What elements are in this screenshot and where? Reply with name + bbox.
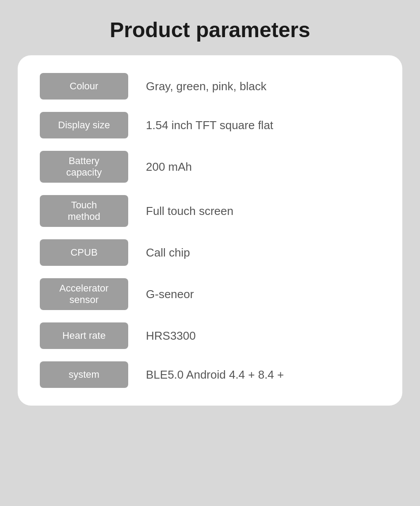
param-value-heart-rate: HRS3300	[146, 329, 196, 343]
param-label-heart-rate: Heart rate	[40, 322, 128, 349]
param-value-system: BLE5.0 Android 4.4 + 8.4 +	[146, 368, 284, 382]
param-row-battery-capacity: Battery capacity200 mAh	[40, 151, 380, 183]
param-value-display-size: 1.54 inch TFT square flat	[146, 119, 273, 132]
param-row-system: systemBLE5.0 Android 4.4 + 8.4 +	[40, 361, 380, 388]
param-value-cpub: Call chip	[146, 246, 190, 260]
param-row-accelerator-sensor: Accelerator sensorG-seneor	[40, 278, 380, 310]
param-row-heart-rate: Heart rateHRS3300	[40, 322, 380, 349]
param-row-display-size: Display size1.54 inch TFT square flat	[40, 112, 380, 138]
param-label-colour: Colour	[40, 73, 128, 100]
param-row-cpub: CPUBCall chip	[40, 239, 380, 266]
param-label-system: system	[40, 361, 128, 388]
param-value-colour: Gray, green, pink, black	[146, 80, 267, 93]
param-value-touch-method: Full touch screen	[146, 204, 233, 218]
param-value-accelerator-sensor: G-seneor	[146, 288, 194, 301]
param-row-colour: ColourGray, green, pink, black	[40, 73, 380, 100]
params-card: ColourGray, green, pink, blackDisplay si…	[18, 55, 402, 406]
param-row-touch-method: Touch methodFull touch screen	[40, 195, 380, 227]
param-label-display-size: Display size	[40, 112, 128, 138]
param-label-cpub: CPUB	[40, 239, 128, 266]
param-label-touch-method: Touch method	[40, 195, 128, 227]
param-value-battery-capacity: 200 mAh	[146, 160, 192, 174]
param-label-battery-capacity: Battery capacity	[40, 151, 128, 183]
page-title: Product parameters	[110, 18, 310, 42]
param-label-accelerator-sensor: Accelerator sensor	[40, 278, 128, 310]
